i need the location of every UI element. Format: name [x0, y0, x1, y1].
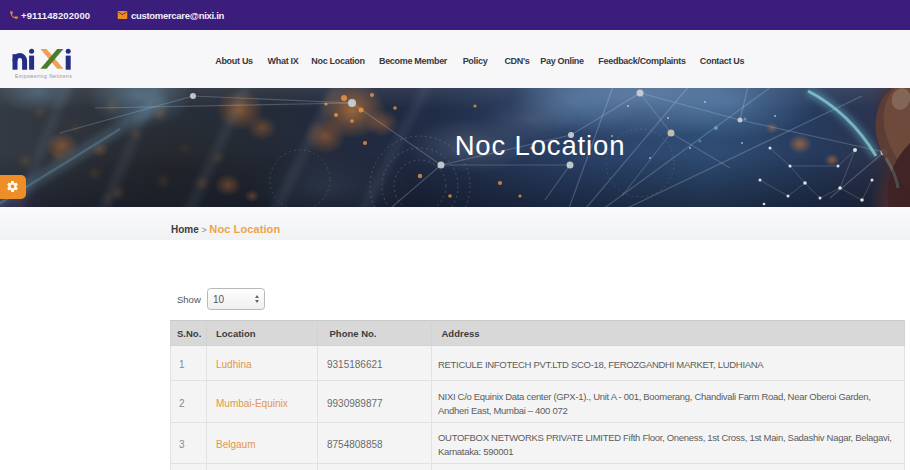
svg-text:Empowering Netizens: Empowering Netizens: [15, 73, 72, 79]
